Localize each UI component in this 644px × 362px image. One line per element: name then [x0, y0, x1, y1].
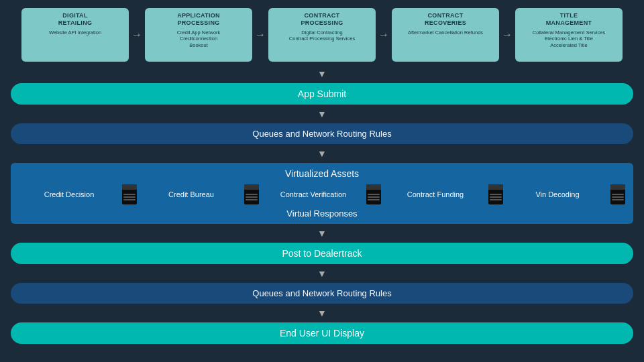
flow-box-2: CONTRACT PROCESSINGDigital Contracting C…: [268, 8, 376, 62]
flow-box-title-0: DIGITAL RETAILING: [58, 12, 93, 27]
diagram-container: DIGITAL RETAILINGWebsite API Integration…: [0, 0, 644, 362]
flow-box-3: CONTRACT RECOVERIESAftermarket Cancellat…: [392, 8, 499, 62]
asset-icon-0: [122, 184, 137, 204]
blue-section: Virtualized Assets Credit Decision Credi…: [11, 163, 633, 224]
asset-item-4: Vin Decoding: [507, 184, 625, 204]
virtualized-assets-title: Virtualized Assets: [19, 168, 625, 179]
asset-item-3: Contract Funding: [385, 184, 503, 204]
asset-label-0: Credit Decision: [19, 190, 119, 198]
queues-top-pill: Queues and Network Routing Rules: [11, 123, 633, 144]
arrow-down-2: ▼: [11, 109, 633, 119]
flow-box-subtitle-2: Digital Contracting Contract Processing …: [289, 29, 355, 43]
flow-box-title-2: CONTRACT PROCESSING: [301, 12, 343, 27]
asset-icon-3: [488, 184, 503, 204]
asset-icon-2: [366, 184, 381, 204]
end-user-display-pill: End User UI Display: [11, 322, 633, 344]
asset-label-2: Contract Verification: [263, 190, 364, 198]
flow-box-title-4: TITLE MANAGEMENT: [546, 12, 592, 27]
arrow-down-4: ▼: [11, 229, 633, 238]
arrow-down-6: ▼: [11, 308, 633, 318]
asset-icon-4: [610, 184, 625, 204]
flow-box-subtitle-1: Credit App Network Creditconnection Book…: [177, 29, 221, 49]
post-to-dealertrack-pill: Post to Dealertrack: [11, 243, 633, 264]
arrow-down-3: ▼: [11, 149, 633, 158]
assets-row: Credit Decision Credit Bureau Contract V…: [19, 184, 625, 204]
flow-box-subtitle-3: Aftermarket Cancellation Refunds: [408, 29, 483, 36]
top-flow: DIGITAL RETAILINGWebsite API Integration…: [11, 8, 633, 62]
flow-box-4: TITLE MANAGEMENTCollateral Management Se…: [515, 8, 623, 62]
flow-arrow-0: →: [131, 29, 142, 41]
flow-box-0: DIGITAL RETAILINGWebsite API Integration: [21, 8, 129, 62]
asset-label-3: Contract Funding: [385, 190, 486, 198]
flow-box-subtitle-0: Website API Integration: [49, 29, 101, 36]
asset-item-0: Credit Decision: [19, 184, 137, 204]
flow-arrow-3: →: [502, 29, 513, 41]
queues-bottom-pill: Queues and Network Routing Rules: [11, 283, 633, 304]
arrow-down-1: ▼: [11, 69, 633, 78]
asset-icon-1: [244, 184, 259, 204]
flow-box-1: APPLICATION PROCESSINGCredit App Network…: [145, 8, 252, 62]
flow-box-title-1: APPLICATION PROCESSING: [177, 12, 220, 27]
arrow-down-5: ▼: [11, 269, 633, 278]
asset-item-2: Contract Verification: [263, 184, 381, 204]
app-submit-pill: App Submit: [11, 83, 633, 105]
flow-box-subtitle-4: Collateral Management Services Electroni…: [533, 29, 605, 49]
flow-arrow-1: →: [255, 29, 266, 41]
asset-label-1: Credit Bureau: [141, 190, 241, 198]
flow-box-title-3: CONTRACT RECOVERIES: [425, 12, 466, 27]
virtual-responses-label: Virtual Responses: [19, 208, 625, 219]
asset-item-1: Credit Bureau: [141, 184, 259, 204]
asset-label-4: Vin Decoding: [507, 190, 608, 198]
flow-arrow-2: →: [378, 29, 389, 41]
